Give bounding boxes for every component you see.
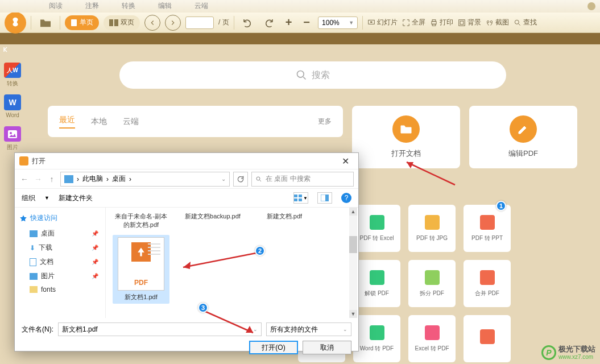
tool-unlock-pdf[interactable]: 解锁 PDF bbox=[353, 260, 400, 307]
scroll-thumb[interactable] bbox=[349, 236, 357, 253]
open-doc-card[interactable]: 打开文档 bbox=[352, 106, 460, 168]
print-button[interactable]: 打印 bbox=[430, 18, 453, 27]
find-button[interactable]: 查找 bbox=[514, 18, 537, 27]
svg-rect-19 bbox=[299, 198, 302, 201]
view-mode-button[interactable]: ▼ bbox=[293, 192, 308, 204]
nav-fwd[interactable]: → bbox=[33, 174, 43, 184]
tool-split-pdf[interactable]: 拆分 PDF bbox=[408, 260, 456, 307]
tab-read[interactable]: 阅读 bbox=[45, 0, 66, 13]
filetype-select[interactable]: 所有支持的文件⌄ bbox=[266, 322, 351, 336]
search-icon bbox=[296, 69, 307, 81]
recent-card: 最近 本地 云端 更多 bbox=[48, 106, 343, 137]
scrollbar[interactable]: ▲ ▼ bbox=[349, 208, 357, 318]
side-image[interactable]: 图片 bbox=[3, 126, 22, 151]
svg-rect-5 bbox=[432, 19, 436, 21]
quick-access[interactable]: 快速访问 bbox=[19, 213, 101, 223]
tab-recent[interactable]: 最近 bbox=[59, 115, 75, 129]
screenshot-button[interactable]: 截图 bbox=[486, 18, 509, 27]
undo-button[interactable] bbox=[239, 15, 256, 30]
side-desktop[interactable]: 桌面📌 bbox=[19, 226, 101, 241]
tool-extra[interactable] bbox=[464, 315, 511, 362]
tab-local[interactable]: 本地 bbox=[91, 117, 107, 127]
watermark-logo: P bbox=[541, 345, 556, 360]
single-page-button[interactable]: 单页 bbox=[65, 15, 99, 30]
dialog-sidebar: 快速访问 桌面📌 ⬇下载📌 文档📌 图片📌 fonts bbox=[15, 208, 106, 318]
more-link[interactable]: 更多 bbox=[318, 117, 332, 126]
tab-annot[interactable]: 注释 bbox=[82, 0, 102, 13]
svg-rect-2 bbox=[114, 19, 118, 26]
zoom-out-button[interactable]: − bbox=[300, 15, 313, 30]
file-item-selected[interactable]: PDF 新文档1.pdf bbox=[113, 235, 169, 304]
side-documents[interactable]: 文档📌 bbox=[19, 255, 101, 269]
tool-merge-pdf[interactable]: 合并 PDF bbox=[464, 260, 511, 307]
dialog-body: 快速访问 桌面📌 ⬇下载📌 文档📌 图片📌 fonts 来自于未命名-副本的新文… bbox=[15, 208, 358, 318]
page-number-input[interactable] bbox=[185, 16, 214, 29]
side-fonts[interactable]: fonts bbox=[19, 283, 101, 296]
svg-point-15 bbox=[256, 177, 260, 180]
fullscreen-button[interactable]: 全屏 bbox=[402, 18, 425, 27]
page-suffix: / 页 bbox=[218, 18, 229, 27]
zoom-in-button[interactable]: + bbox=[282, 15, 296, 30]
pencil-icon bbox=[510, 115, 537, 143]
tool-pdf-to-excel[interactable]: PDF 转 Excel bbox=[353, 205, 400, 252]
nav-up[interactable]: ↑ bbox=[47, 174, 57, 184]
file-item[interactable]: 新建文档backup.pdf bbox=[184, 212, 241, 221]
search-placeholder: 搜索 bbox=[312, 69, 330, 81]
collapse-sidebar-icon[interactable] bbox=[2, 46, 10, 53]
search-bar[interactable]: 搜索 bbox=[119, 61, 506, 89]
tab-cloud[interactable]: 云端 bbox=[191, 0, 212, 13]
help-button[interactable]: ? bbox=[341, 193, 351, 203]
dialog-toolbar: 组织▼ 新建文件夹 ▼ ? bbox=[15, 188, 358, 208]
zoom-level-select[interactable]: 100%▼ bbox=[318, 16, 358, 29]
close-button[interactable]: ✕ bbox=[337, 156, 354, 167]
svg-rect-1 bbox=[109, 19, 113, 26]
dialog-bottom: 文件名(N): 新文档1.pdf⌄ 所有支持的文件⌄ 打开(O) 取消 bbox=[15, 318, 358, 352]
user-icon[interactable] bbox=[587, 2, 595, 10]
open-button[interactable]: 打开(O) bbox=[249, 341, 298, 354]
open-folder-button[interactable] bbox=[36, 15, 55, 30]
organize-menu[interactable]: 组织 bbox=[22, 193, 35, 203]
tab-convert[interactable]: 转换 bbox=[118, 0, 139, 13]
side-pictures[interactable]: 图片📌 bbox=[19, 269, 101, 283]
nav-back[interactable]: ← bbox=[19, 174, 30, 184]
svg-rect-7 bbox=[459, 19, 465, 26]
app-logo[interactable] bbox=[5, 12, 26, 34]
tool-excel-to-pdf[interactable]: Excel 转 PDF bbox=[408, 315, 456, 362]
nav-back-button[interactable] bbox=[144, 15, 160, 31]
new-folder-button[interactable]: 新建文件夹 bbox=[59, 193, 93, 203]
pc-icon bbox=[64, 175, 73, 183]
double-page-button[interactable]: 双页 bbox=[104, 15, 140, 30]
refresh-button[interactable] bbox=[233, 172, 248, 187]
cancel-button[interactable]: 取消 bbox=[303, 341, 351, 354]
scroll-down[interactable]: ▼ bbox=[349, 310, 357, 318]
side-downloads[interactable]: ⬇下载📌 bbox=[19, 241, 101, 255]
tool-pdf-to-jpg[interactable]: PDF 转 JPG bbox=[408, 205, 456, 252]
svg-rect-16 bbox=[294, 195, 297, 197]
tool-word-to-pdf[interactable]: Word 转 PDF bbox=[353, 315, 400, 362]
open-file-dialog: 打开 ✕ ← → ↑ ›此电脑›桌面› ⌄ 在 桌面 中搜索 组织▼ 新建文件夹… bbox=[14, 152, 359, 351]
side-convert[interactable]: 人W转换 bbox=[3, 63, 22, 88]
scroll-up[interactable]: ▲ bbox=[349, 208, 357, 216]
side-word[interactable]: WWord bbox=[3, 94, 22, 119]
slideshow-button[interactable]: 幻灯片 bbox=[367, 18, 398, 27]
preview-pane-button[interactable] bbox=[317, 192, 332, 204]
path-bar[interactable]: ›此电脑›桌面› ⌄ bbox=[60, 172, 230, 187]
filename-input[interactable]: 新文档1.pdf⌄ bbox=[58, 322, 262, 336]
svg-rect-17 bbox=[299, 195, 302, 197]
tool-pdf-to-ppt[interactable]: PDF 转 PPT bbox=[464, 205, 511, 252]
file-item[interactable]: 新建文档.pdf bbox=[256, 212, 313, 221]
watermark: P 极光下载站www.xz7.com bbox=[541, 345, 595, 361]
dialog-search[interactable]: 在 桌面 中搜索 bbox=[251, 172, 354, 187]
dialog-title: 打开 bbox=[32, 156, 45, 166]
dialog-icon bbox=[19, 156, 28, 166]
redo-button[interactable] bbox=[260, 15, 278, 30]
file-item[interactable]: 来自于未命名-副本的新文档.pdf bbox=[113, 212, 169, 229]
background-button[interactable]: 背景 bbox=[458, 18, 481, 27]
filename-label: 文件名(N): bbox=[22, 325, 53, 334]
nav-forward-button[interactable] bbox=[165, 15, 181, 31]
svg-rect-21 bbox=[325, 195, 329, 201]
edit-pdf-card[interactable]: 编辑PDF bbox=[469, 106, 577, 168]
tab-edit[interactable]: 编辑 bbox=[155, 0, 175, 13]
tab-cloud2[interactable]: 云端 bbox=[123, 117, 139, 127]
menu-tabs: 阅读 注释 转换 编辑 云端 bbox=[0, 0, 600, 13]
